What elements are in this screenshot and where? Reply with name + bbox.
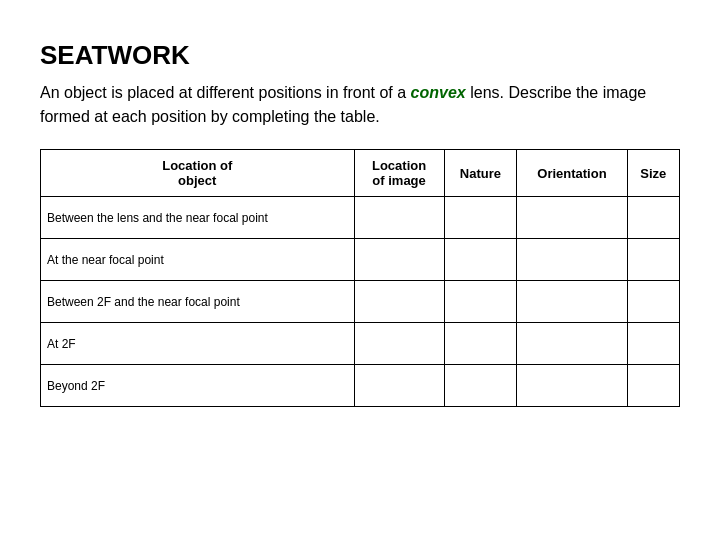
- col-header-location-image-line2: of image: [372, 173, 425, 188]
- col-header-nature: Nature: [444, 150, 517, 197]
- row-2-size: [627, 239, 679, 281]
- col-header-location-object-line2: object: [178, 173, 216, 188]
- row-5-nature: [444, 365, 517, 407]
- col-header-location-image: Location of image: [354, 150, 444, 197]
- table-row: At 2F: [41, 323, 680, 365]
- row-4-nature: [444, 323, 517, 365]
- row-4-location: At 2F: [41, 323, 355, 365]
- row-5-location: Beyond 2F: [41, 365, 355, 407]
- row-2-location: At the near focal point: [41, 239, 355, 281]
- col-header-orientation: Orientation: [517, 150, 627, 197]
- subtitle: An object is placed at different positio…: [40, 81, 680, 129]
- row-3-location: Between 2F and the near focal point: [41, 281, 355, 323]
- row-1-size: [627, 197, 679, 239]
- col-header-size: Size: [627, 150, 679, 197]
- table-row: Between the lens and the near focal poin…: [41, 197, 680, 239]
- table-row: At the near focal point: [41, 239, 680, 281]
- row-4-orientation: [517, 323, 627, 365]
- row-1-orientation: [517, 197, 627, 239]
- col-header-location-object: Location of object: [41, 150, 355, 197]
- row-5-location-image: [354, 365, 444, 407]
- table-row: Between 2F and the near focal point: [41, 281, 680, 323]
- page-title: SEATWORK: [40, 40, 680, 71]
- table-header-row: Location of object Location of image Nat…: [41, 150, 680, 197]
- col-header-location-image-line1: Location: [372, 158, 426, 173]
- table-row: Beyond 2F: [41, 365, 680, 407]
- row-4-size: [627, 323, 679, 365]
- row-2-orientation: [517, 239, 627, 281]
- row-1-location-image: [354, 197, 444, 239]
- subtitle-convex: convex: [411, 84, 466, 101]
- row-4-location-image: [354, 323, 444, 365]
- row-5-size: [627, 365, 679, 407]
- row-2-location-image: [354, 239, 444, 281]
- page: SEATWORK An object is placed at differen…: [0, 0, 720, 540]
- subtitle-text-1: An object is placed at different positio…: [40, 84, 411, 101]
- row-1-nature: [444, 197, 517, 239]
- row-3-size: [627, 281, 679, 323]
- row-3-nature: [444, 281, 517, 323]
- col-header-location-object-line1: Location of: [162, 158, 232, 173]
- row-5-orientation: [517, 365, 627, 407]
- row-2-nature: [444, 239, 517, 281]
- row-3-location-image: [354, 281, 444, 323]
- row-1-location: Between the lens and the near focal poin…: [41, 197, 355, 239]
- row-3-orientation: [517, 281, 627, 323]
- main-table: Location of object Location of image Nat…: [40, 149, 680, 407]
